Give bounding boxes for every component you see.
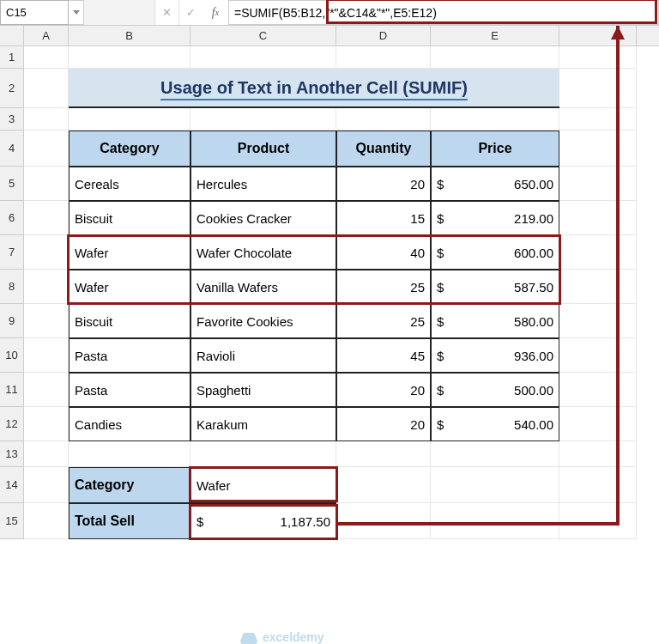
summary-cat-label[interactable]: Category	[69, 467, 190, 503]
cell-C3[interactable]	[190, 108, 336, 131]
header-quantity[interactable]: Quantity	[336, 131, 431, 167]
cell-category[interactable]: Cereals	[69, 167, 190, 201]
cell-A10[interactable]	[24, 338, 69, 373]
cell-category[interactable]: Wafer	[69, 235, 190, 270]
cell-quantity[interactable]: 25	[336, 304, 431, 338]
cell-C1[interactable]	[190, 46, 336, 69]
col-header-D[interactable]: D	[336, 26, 431, 46]
cell-category[interactable]: Biscuit	[69, 304, 190, 338]
cell-price[interactable]: $219.00	[431, 201, 559, 235]
cell-product[interactable]: Vanilla Wafers	[190, 270, 336, 304]
cell-A5[interactable]	[24, 167, 69, 201]
col-header-C[interactable]: C	[190, 26, 336, 46]
row-header[interactable]: 14	[0, 467, 24, 503]
cell-F6[interactable]	[559, 201, 637, 235]
cell-F14[interactable]	[559, 467, 637, 503]
cell-product[interactable]: Spaghetti	[190, 373, 336, 407]
cell-A12[interactable]	[24, 407, 69, 441]
fx-icon[interactable]: fx	[203, 0, 228, 25]
row-header[interactable]: 6	[0, 201, 24, 235]
summary-cat-value[interactable]: Wafer	[190, 467, 336, 503]
cell-F5[interactable]	[559, 167, 637, 201]
cell-product[interactable]: Hercules	[190, 167, 336, 201]
cell-quantity[interactable]: 45	[336, 338, 431, 373]
cell-product[interactable]: Ravioli	[190, 338, 336, 373]
cell-A14[interactable]	[24, 467, 69, 503]
name-box-dropdown-icon[interactable]	[69, 0, 84, 25]
cell-B3[interactable]	[69, 108, 190, 131]
cell-quantity[interactable]: 40	[336, 235, 431, 270]
cell-D14[interactable]	[336, 467, 431, 503]
row-header[interactable]: 3	[0, 108, 24, 131]
cell-product[interactable]: Cookies Cracker	[190, 201, 336, 235]
cell-category[interactable]: Pasta	[69, 338, 190, 373]
cell-F1[interactable]	[559, 46, 637, 69]
cell-price[interactable]: $580.00	[431, 304, 559, 338]
cell-product[interactable]: Favorite Cookies	[190, 304, 336, 338]
cell-A11[interactable]	[24, 373, 69, 407]
cell-A3[interactable]	[24, 108, 69, 131]
cell-quantity[interactable]: 25	[336, 270, 431, 304]
summary-total-label[interactable]: Total Sell	[69, 503, 190, 539]
cell-F9[interactable]	[559, 304, 637, 338]
cell-A8[interactable]	[24, 270, 69, 304]
header-product[interactable]: Product	[190, 131, 336, 167]
cell-A7[interactable]	[24, 235, 69, 270]
cell-quantity[interactable]: 20	[336, 373, 431, 407]
cell-F3[interactable]	[559, 108, 637, 131]
cell-F2[interactable]	[559, 69, 637, 108]
col-header-A[interactable]: A	[24, 26, 69, 46]
row-header[interactable]: 7	[0, 235, 24, 270]
col-header-B[interactable]: B	[69, 26, 190, 46]
cell-A6[interactable]	[24, 201, 69, 235]
title-cell[interactable]: Usage of Text in Another Cell (SUMIF)	[69, 69, 559, 108]
row-header[interactable]: 10	[0, 338, 24, 373]
cell-price[interactable]: $650.00	[431, 167, 559, 201]
cell-A9[interactable]	[24, 304, 69, 338]
cell-E1[interactable]	[431, 46, 559, 69]
row-header[interactable]: 12	[0, 407, 24, 441]
cell-E14[interactable]	[431, 467, 559, 503]
row-header[interactable]: 5	[0, 167, 24, 201]
cell-category[interactable]: Biscuit	[69, 201, 190, 235]
row-header[interactable]: 1	[0, 46, 24, 69]
cell-A13[interactable]	[24, 441, 69, 467]
cell-C13[interactable]	[190, 441, 336, 467]
cell-quantity[interactable]: 20	[336, 167, 431, 201]
row-header[interactable]: 4	[0, 131, 24, 167]
cell-A1[interactable]	[24, 46, 69, 69]
row-header[interactable]: 2	[0, 69, 24, 108]
cell-F12[interactable]	[559, 407, 637, 441]
row-header[interactable]: 15	[0, 503, 24, 539]
cell-quantity[interactable]: 20	[336, 407, 431, 441]
cell-F13[interactable]	[559, 441, 637, 467]
col-header-blank[interactable]	[559, 26, 637, 46]
row-header[interactable]: 13	[0, 441, 24, 467]
cell-F4[interactable]	[559, 131, 637, 167]
name-box[interactable]: C15	[0, 0, 69, 25]
cell-product[interactable]: Wafer Chocolate	[190, 235, 336, 270]
cell-E13[interactable]	[431, 441, 559, 467]
cell-price[interactable]: $540.00	[431, 407, 559, 441]
cell-quantity[interactable]: 15	[336, 201, 431, 235]
cell-price[interactable]: $587.50	[431, 270, 559, 304]
cell-category[interactable]: Pasta	[69, 373, 190, 407]
select-all-cell[interactable]	[0, 26, 24, 46]
cell-price[interactable]: $500.00	[431, 373, 559, 407]
summary-total-value[interactable]: $1,187.50	[190, 503, 336, 539]
cell-F10[interactable]	[559, 338, 637, 373]
cell-A4[interactable]	[24, 131, 69, 167]
cell-D15[interactable]	[336, 503, 431, 539]
cell-E3[interactable]	[431, 108, 559, 131]
formula-input[interactable]: =SUMIF(B5:B12,"*"&C14&"*",E5:E12)	[228, 0, 659, 25]
header-category[interactable]: Category	[69, 131, 190, 167]
cancel-icon[interactable]: ✕	[154, 0, 178, 25]
cell-F15[interactable]	[559, 503, 637, 539]
cell-category[interactable]: Wafer	[69, 270, 190, 304]
cell-F11[interactable]	[559, 373, 637, 407]
cell-category[interactable]: Candies	[69, 407, 190, 441]
cell-B1[interactable]	[69, 46, 190, 69]
cell-F8[interactable]	[559, 270, 637, 304]
check-icon[interactable]: ✓	[178, 0, 203, 25]
row-header[interactable]: 11	[0, 373, 24, 407]
